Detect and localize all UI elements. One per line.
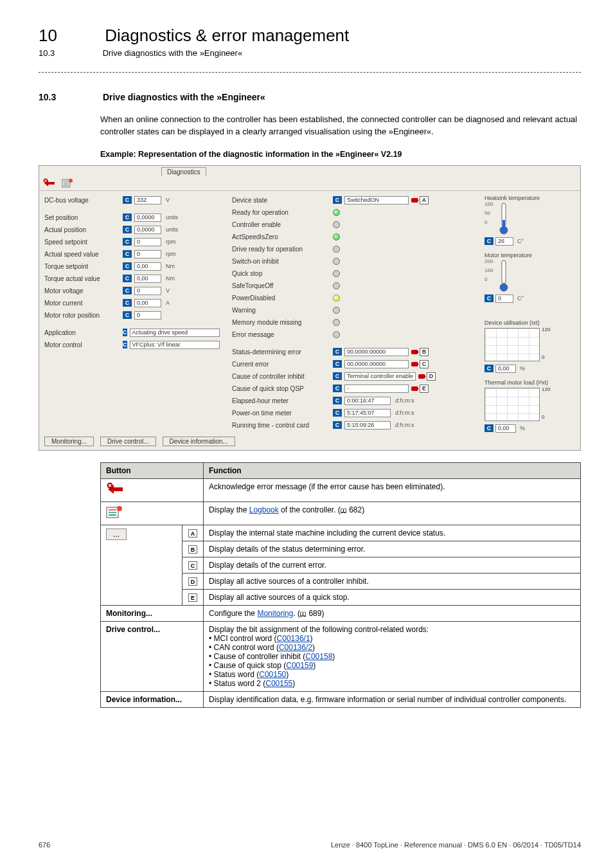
- cell-drive-desc: Display the bit assignment of the follow…: [204, 621, 581, 691]
- link-c00150[interactable]: C00150: [259, 670, 286, 679]
- value-cause-inh: CTerminal controller enableD: [333, 371, 468, 382]
- value-elapsed: C0:00:16:47d:h:m:s: [333, 395, 468, 406]
- c-indicator-icon: C: [484, 294, 493, 302]
- pin-icon: [411, 386, 418, 391]
- page-icon: 🕮: [341, 507, 347, 514]
- svg-rect-11: [502, 220, 505, 228]
- label-torque-sp: Torque setpoint: [44, 261, 115, 272]
- label-current-err: Current error: [232, 359, 325, 370]
- cell-desc-e: Display all active sources of a quick st…: [204, 589, 581, 605]
- expand-badge-c[interactable]: C: [411, 360, 429, 368]
- pin-icon: [418, 374, 425, 379]
- gauge-heatsink: Heatsink temperature 100500 C26C°: [484, 195, 575, 246]
- acknowledge-icon: [106, 482, 124, 496]
- led-actspeed: [333, 231, 468, 242]
- label-warning: Warning: [232, 305, 325, 316]
- c-indicator-icon: C: [333, 384, 342, 392]
- page-icon: 🕮: [300, 610, 306, 617]
- pin-icon: [411, 198, 418, 203]
- led-icon: [333, 307, 340, 314]
- label-speed-sp: Speed setpoint: [44, 237, 115, 248]
- value-dc-bus: C332V: [123, 195, 213, 206]
- led-icon: [333, 209, 340, 216]
- cell-badge-a: A: [182, 525, 204, 541]
- chart-box: [484, 328, 540, 361]
- expand-badge-d[interactable]: D: [418, 372, 436, 381]
- led-icon: [333, 270, 340, 277]
- expand-badge-b[interactable]: B: [411, 348, 429, 356]
- label-rotor-pos: Motor rotor position: [44, 310, 115, 321]
- expand-badge-e[interactable]: E: [411, 384, 429, 393]
- label-motor-curr: Motor current: [44, 298, 115, 309]
- label-torque-act: Torque actual value: [44, 273, 115, 284]
- chapter-text: Diagnostics & error management: [105, 26, 349, 45]
- svg-rect-12: [502, 260, 506, 284]
- logbook-link[interactable]: Logbook: [249, 505, 279, 514]
- label-runtime: Running time - control card: [232, 420, 325, 431]
- ellipsis-button[interactable]: ...: [106, 529, 127, 540]
- cell-dots-btn: ...: [101, 525, 182, 605]
- logbook-icon: [106, 505, 123, 520]
- page-footer: 676 Lenze · 8400 TopLine · Reference man…: [39, 841, 581, 849]
- svg-point-8: [69, 179, 73, 183]
- c-indicator-icon: C: [333, 196, 342, 204]
- label-actual-pos: Actual position: [44, 224, 115, 235]
- led-quick-stop: [333, 268, 468, 279]
- link-c00159[interactable]: C00159: [286, 661, 313, 670]
- monitoring-link[interactable]: Monitoring: [257, 609, 293, 618]
- section-number: 10.3: [39, 92, 100, 102]
- logbook-icon[interactable]: [62, 179, 73, 186]
- acknowledge-icon[interactable]: [43, 179, 58, 186]
- link-c00158[interactable]: C00158: [305, 652, 332, 661]
- led-ctrl-enable: [333, 219, 468, 230]
- thermometer-icon: [495, 259, 512, 293]
- c-indicator-icon: C: [123, 275, 132, 282]
- monitoring-button[interactable]: Monitoring...: [44, 437, 94, 446]
- label-application: Application: [44, 327, 115, 338]
- value-status-err: C00.0000.00000B: [333, 347, 468, 357]
- gauge-motor-temp: Motor temperature 2001000 C0C°: [484, 252, 575, 303]
- c-indicator-icon: C: [484, 365, 493, 372]
- cell-ack-icon: [101, 478, 204, 502]
- c-indicator-icon: C: [484, 237, 493, 245]
- label-ctrl-enable: Controller enable: [232, 219, 325, 230]
- label-mem-missing: Memory module missing: [232, 317, 325, 328]
- value-application: CActuating drive speed: [123, 327, 213, 338]
- value-rotor-pos: C0: [123, 310, 213, 321]
- badge-a-icon: A: [188, 529, 197, 538]
- value-current-err: C00.0000.00000C: [333, 359, 468, 370]
- label-err-msg: Error message: [232, 329, 325, 340]
- label-cause-inhibit: Cause of controller inhibit: [232, 371, 325, 382]
- cell-monitoring-desc: Configure the Monitoring. (🕮 689): [204, 605, 581, 621]
- cell-badge-d: D: [182, 573, 204, 589]
- page-number: 676: [39, 841, 50, 849]
- screenshot-body: DC-bus voltage Set position Actual posit…: [39, 191, 580, 433]
- mid-value-column: CSwitchedONA C00.0000.00000B C00.0000.00…: [333, 195, 468, 433]
- led-drive-ready: [333, 244, 468, 255]
- c-indicator-icon: C: [333, 409, 342, 417]
- gauge-column: Heatsink temperature 100500 C26C° Motor …: [475, 195, 575, 433]
- link-c00136-1[interactable]: C00136/1: [277, 634, 310, 643]
- subsection-text: Drive diagnostics with the »Engineer«: [103, 48, 243, 58]
- tab-strip: Diagnostics: [39, 166, 580, 176]
- gauge-util: Device utilisation (Ixt) 1200 C0,00%: [484, 320, 575, 373]
- link-c00155[interactable]: C00155: [265, 679, 292, 688]
- chapter-header: 10 Diagnostics & error management 10.3 D…: [39, 26, 581, 58]
- badge-c-icon: C: [188, 561, 197, 570]
- tab-diagnostics[interactable]: Diagnostics: [161, 167, 206, 176]
- drive-control-button[interactable]: Drive control...: [100, 437, 155, 446]
- link-c00136-2[interactable]: C00136/2: [279, 643, 312, 652]
- expand-badge-a[interactable]: A: [411, 196, 429, 204]
- cell-desc-b: Display details of the status determinin…: [204, 541, 581, 557]
- c-indicator-icon: C: [123, 287, 132, 294]
- subsection-header: 10.3 Drive diagnostics with the »Enginee…: [39, 48, 581, 58]
- device-info-button[interactable]: Device information...: [163, 437, 235, 446]
- value-speed-sp: C0rpm: [123, 237, 213, 248]
- c-indicator-icon: C: [123, 329, 127, 336]
- led-err-msg: [333, 329, 468, 340]
- left-value-column: C332V C0,0000units C0,0000units C0rpm C0…: [123, 195, 213, 433]
- led-icon: [333, 282, 340, 289]
- cell-drive-label: Drive control...: [101, 621, 204, 691]
- svg-point-13: [500, 284, 508, 291]
- value-torque-sp: C0,00Nm: [123, 261, 213, 272]
